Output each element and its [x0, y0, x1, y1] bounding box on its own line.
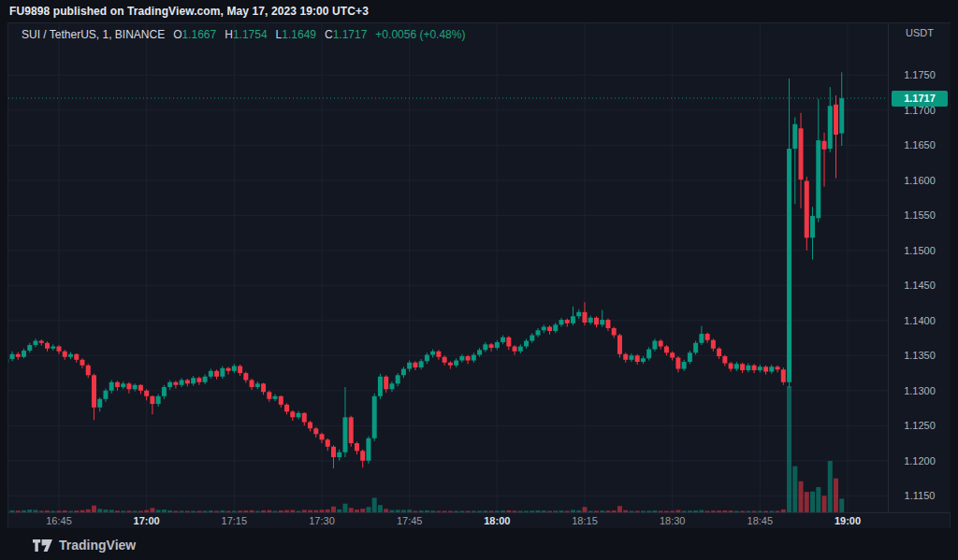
candle-body — [530, 336, 534, 341]
volume-bar — [372, 497, 377, 512]
volume-bar — [792, 467, 797, 512]
candle-body — [232, 366, 237, 371]
brand-name[interactable]: TradingView — [59, 538, 136, 553]
candle-body — [45, 343, 50, 349]
candle-body — [740, 364, 745, 370]
candle-body — [576, 312, 581, 317]
candle-body — [839, 98, 844, 134]
candle-body — [454, 361, 458, 366]
candle-body — [360, 451, 365, 461]
candle-body — [495, 342, 500, 348]
candle-body — [115, 382, 120, 387]
volume-bar — [92, 506, 96, 512]
candle-body — [594, 318, 599, 325]
candle-body — [565, 320, 570, 323]
price-axis-label: 1.1600 — [889, 174, 951, 187]
tradingview-logo-icon[interactable] — [33, 539, 52, 552]
ohlc-close: C1.1717 — [325, 28, 367, 41]
candle-body — [92, 375, 96, 408]
candle-body — [74, 354, 79, 360]
candle-body — [355, 443, 359, 451]
price-axis-label: 1.1300 — [889, 384, 951, 397]
candle-body — [670, 352, 675, 357]
time-axis[interactable]: 16:4517:0017:1517:3017:4518:0018:1518:30… — [8, 512, 950, 528]
candle-body — [126, 383, 131, 389]
candle-body — [682, 362, 687, 369]
candle-body — [752, 366, 757, 370]
candle-body — [185, 381, 190, 384]
candle-body — [86, 366, 91, 376]
candle-body — [675, 358, 680, 369]
candle-body — [57, 347, 62, 352]
candle-body — [156, 396, 161, 404]
candle-body — [559, 320, 564, 324]
candle-body — [191, 378, 196, 383]
low-value: 1.1649 — [282, 28, 316, 41]
candle-body — [39, 341, 44, 343]
open-value: 1.1667 — [182, 28, 217, 41]
change-value: +0.0056 (+0.48%) — [375, 28, 465, 41]
candle-body — [337, 452, 341, 457]
candle-body — [297, 413, 301, 418]
candle-body — [396, 375, 400, 383]
time-axis-label: 18:15 — [564, 515, 605, 526]
chart-pane[interactable] — [8, 23, 888, 512]
candle-body — [167, 382, 172, 387]
candle-body — [605, 320, 610, 328]
candle-body — [506, 337, 511, 347]
volume-bar — [378, 505, 383, 512]
symbol-legend[interactable]: SUI / TetherUS, 1, BINANCE O1.1667 H1.17… — [22, 28, 465, 41]
candle-body — [553, 324, 558, 331]
candle-body — [284, 405, 289, 412]
candle-body — [51, 347, 55, 349]
price-axis-label: 1.1450 — [889, 279, 951, 292]
candle-body — [758, 366, 762, 370]
candle-body — [290, 411, 295, 417]
candles-volume-plot[interactable] — [8, 23, 888, 512]
candle-body — [313, 428, 318, 434]
publish-bar: FU9898 published on TradingView.com, May… — [0, 0, 958, 22]
candle-body — [729, 364, 733, 369]
price-axis-label: 1.1250 — [889, 419, 951, 432]
candle-body — [776, 366, 780, 369]
candle-body — [430, 352, 435, 355]
candle-body — [536, 330, 541, 335]
price-axis[interactable]: USDT 1.1717 1.17501.17001.16501.16001.15… — [888, 23, 951, 512]
candle-body — [582, 312, 587, 323]
candle-body — [203, 377, 208, 382]
candle-body — [477, 350, 482, 354]
candle-body — [413, 363, 417, 367]
candle-body — [109, 382, 114, 391]
candle-body — [238, 366, 242, 374]
candle-body — [27, 345, 32, 351]
volume-bar — [805, 492, 809, 512]
candle-body — [389, 383, 394, 389]
time-axis-label: 18:45 — [739, 515, 780, 526]
candle-body — [769, 366, 774, 371]
candle-body — [196, 378, 201, 382]
time-axis-label: 17:15 — [213, 515, 254, 526]
time-axis-label: 18:00 — [476, 515, 517, 526]
candle-body — [828, 106, 833, 149]
last-price-tag: 1.1717 — [892, 91, 948, 107]
candle-body — [542, 327, 546, 331]
candle-body — [97, 399, 102, 408]
symbol-title[interactable]: SUI / TetherUS, 1, BINANCE — [22, 28, 165, 41]
candle-body — [799, 128, 804, 179]
candle-body — [121, 383, 125, 387]
candle-body — [822, 141, 827, 150]
price-axis-label: 1.1750 — [889, 68, 951, 81]
price-axis-label: 1.1400 — [889, 314, 951, 327]
candle-body — [659, 341, 663, 347]
candle-body — [349, 417, 354, 443]
chart-widget: SUI / TetherUS, 1, BINANCE O1.1667 H1.17… — [7, 22, 951, 528]
open-label: O — [173, 28, 181, 41]
ohlc-high: H1.1754 — [225, 28, 267, 41]
price-axis-label: 1.1500 — [889, 244, 951, 257]
candle-body — [214, 371, 219, 377]
candle-body — [209, 371, 213, 377]
time-axis-label: 18:30 — [652, 515, 693, 526]
candle-body — [688, 352, 692, 362]
volume-bar — [342, 504, 347, 512]
volume-bar — [799, 481, 804, 512]
